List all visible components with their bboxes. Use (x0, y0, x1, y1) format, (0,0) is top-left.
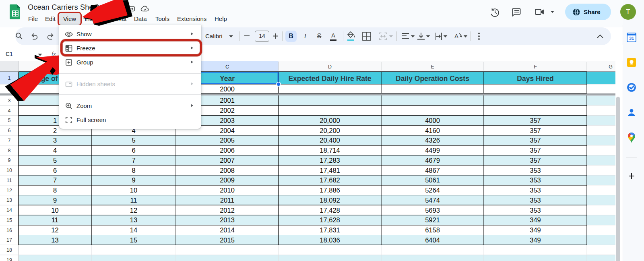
svg-text:18,092: 18,092 (320, 197, 340, 204)
svg-text:D: D (328, 64, 332, 70)
svg-text:5693: 5693 (425, 207, 440, 214)
svg-text:2012: 2012 (220, 207, 235, 214)
svg-text:3: 3 (53, 137, 57, 144)
svg-text:7: 7 (8, 138, 11, 143)
svg-text:9: 9 (8, 157, 11, 163)
svg-text:353: 353 (530, 186, 541, 194)
svg-text:20,000: 20,000 (320, 117, 340, 124)
svg-text:13: 13 (130, 216, 137, 224)
svg-text:357: 357 (530, 117, 541, 124)
svg-text:12: 12 (6, 188, 12, 193)
svg-text:2010: 2010 (220, 186, 235, 194)
svg-text:2008: 2008 (220, 167, 235, 174)
svg-text:5061: 5061 (425, 176, 440, 184)
svg-text:353: 353 (530, 167, 541, 174)
svg-text:353: 353 (530, 197, 541, 204)
svg-text:6404: 6404 (425, 236, 440, 244)
svg-text:13: 13 (51, 236, 58, 244)
svg-text:2014: 2014 (220, 226, 235, 234)
svg-text:6158: 6158 (425, 226, 440, 234)
svg-text:2000: 2000 (220, 85, 235, 93)
svg-text:17,628: 17,628 (320, 216, 340, 224)
svg-text:4867: 4867 (425, 167, 440, 174)
svg-text:18,714: 18,714 (320, 147, 340, 154)
svg-text:349: 349 (530, 226, 541, 234)
svg-text:357: 357 (530, 137, 541, 144)
svg-text:11: 11 (7, 178, 12, 183)
svg-text:2011: 2011 (220, 197, 234, 204)
svg-text:17,682: 17,682 (320, 176, 340, 184)
svg-text:2: 2 (53, 127, 57, 134)
svg-text:5: 5 (132, 137, 135, 144)
svg-text:2006: 2006 (220, 147, 235, 154)
svg-text:4160: 4160 (425, 127, 440, 134)
svg-text:4000: 4000 (425, 117, 440, 124)
svg-text:F: F (534, 64, 537, 70)
svg-text:17,481: 17,481 (320, 167, 340, 174)
svg-text:1: 1 (53, 117, 57, 124)
svg-text:5921: 5921 (425, 216, 440, 224)
svg-text:2009: 2009 (220, 176, 235, 184)
svg-text:8: 8 (8, 148, 11, 153)
svg-text:14: 14 (6, 207, 12, 213)
svg-text:349: 349 (530, 236, 541, 244)
svg-text:4: 4 (53, 147, 57, 154)
svg-text:10: 10 (6, 168, 12, 173)
svg-text:4679: 4679 (425, 157, 440, 164)
svg-text:353: 353 (530, 207, 541, 214)
svg-text:17,283: 17,283 (320, 157, 340, 164)
svg-text:10: 10 (51, 207, 58, 214)
svg-text:19: 19 (6, 257, 12, 261)
svg-text:9: 9 (53, 197, 57, 204)
svg-text:4: 4 (8, 108, 11, 114)
svg-text:Expected Daily Hire Rate: Expected Daily Hire Rate (288, 75, 371, 83)
svg-text:2002: 2002 (220, 107, 235, 114)
svg-text:4326: 4326 (425, 137, 440, 144)
svg-text:5474: 5474 (425, 197, 440, 204)
svg-text:2001: 2001 (220, 97, 235, 104)
svg-text:357: 357 (530, 127, 541, 134)
svg-text:E: E (431, 64, 434, 70)
svg-text:12: 12 (51, 226, 58, 234)
svg-text:5: 5 (8, 118, 11, 123)
svg-text:2013: 2013 (220, 216, 235, 224)
svg-text:1: 1 (8, 75, 11, 81)
svg-text:20,200: 20,200 (320, 127, 340, 134)
svg-text:20,400: 20,400 (320, 137, 340, 144)
svg-text:4499: 4499 (425, 147, 440, 154)
svg-text:6: 6 (53, 167, 57, 174)
svg-text:14: 14 (130, 226, 137, 234)
svg-text:Daily Operation Costs: Daily Operation Costs (396, 75, 469, 83)
svg-text:11: 11 (52, 216, 58, 224)
svg-text:A: A (454, 33, 458, 39)
svg-text:2004: 2004 (220, 127, 235, 134)
svg-text:2015: 2015 (220, 236, 235, 244)
svg-text:A: A (53, 64, 57, 70)
svg-text:2007: 2007 (220, 157, 235, 164)
svg-text:18,036: 18,036 (320, 236, 340, 244)
svg-text:11: 11 (130, 197, 137, 204)
svg-text:353: 353 (530, 176, 541, 184)
svg-text:349: 349 (530, 216, 541, 224)
svg-text:18: 18 (6, 247, 12, 253)
svg-text:17,428: 17,428 (320, 207, 340, 214)
svg-text:6: 6 (132, 147, 135, 154)
svg-text:2003: 2003 (220, 117, 235, 124)
svg-text:5: 5 (53, 157, 57, 164)
svg-text:3: 3 (8, 98, 11, 104)
svg-text:17,886: 17,886 (320, 186, 340, 194)
svg-text:17,831: 17,831 (320, 226, 340, 234)
svg-text:Days Hired: Days Hired (517, 75, 553, 83)
svg-text:17: 17 (6, 237, 12, 243)
svg-text:2: 2 (8, 86, 11, 92)
svg-text:12: 12 (130, 207, 137, 214)
svg-text:9: 9 (132, 176, 135, 184)
svg-text:G: G (609, 64, 613, 70)
svg-text:357: 357 (530, 157, 541, 164)
svg-text:15: 15 (130, 236, 137, 244)
svg-text:10: 10 (130, 186, 137, 194)
svg-text:5264: 5264 (425, 186, 440, 194)
svg-text:6: 6 (8, 128, 11, 133)
svg-text:13: 13 (6, 197, 12, 203)
svg-text:7: 7 (53, 176, 57, 184)
